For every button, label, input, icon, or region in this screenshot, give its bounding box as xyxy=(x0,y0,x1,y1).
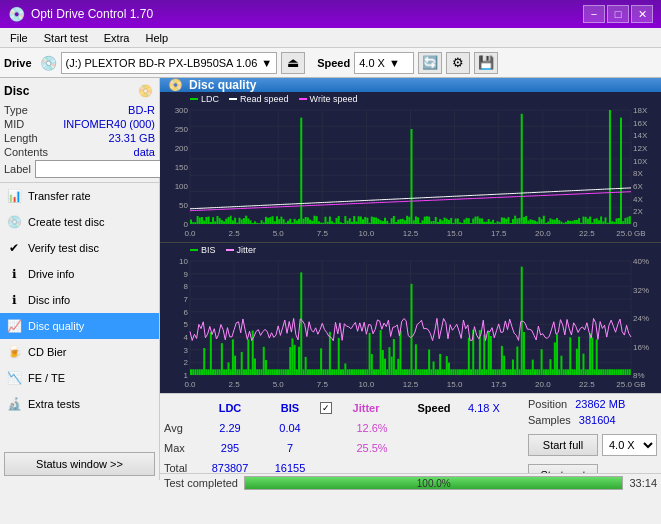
sidebar-item-create-test-disc[interactable]: 💿 Create test disc xyxy=(0,209,159,235)
save-button[interactable]: 💾 xyxy=(474,52,498,74)
lower-chart: BIS Jitter xyxy=(160,243,661,393)
sidebar-item-drive-info[interactable]: ℹ Drive info xyxy=(0,261,159,287)
drive-select-arrow: ▼ xyxy=(261,57,272,69)
max-ldc: 295 xyxy=(200,442,260,454)
eject-button[interactable]: ⏏ xyxy=(281,52,305,74)
right-stats: Position 23862 MB Samples 381604 Start f… xyxy=(528,398,657,469)
lower-chart-canvas xyxy=(160,243,661,393)
speed-arrow: ▼ xyxy=(389,57,400,69)
create-test-icon: 💿 xyxy=(6,214,22,230)
jitter-header: Jitter xyxy=(336,402,396,414)
samples-value: 381604 xyxy=(579,414,616,426)
upper-chart-legend: LDC Read speed Write speed xyxy=(190,94,357,104)
cd-bier-icon: 🍺 xyxy=(6,344,22,360)
menu-help[interactable]: Help xyxy=(139,31,174,45)
upper-chart: LDC Read speed Write speed xyxy=(160,92,661,243)
contents-value: data xyxy=(134,146,155,158)
disc-quality-header: 📀 Disc quality xyxy=(160,78,661,92)
length-value: 23.31 GB xyxy=(109,132,155,144)
verify-icon: ✔ xyxy=(6,240,22,256)
type-label: Type xyxy=(4,104,28,116)
samples-label: Samples xyxy=(528,414,571,426)
progress-percent: 100.0% xyxy=(245,477,622,489)
speed-dropdown[interactable]: 4.0 X 2.0 X 1.0 X xyxy=(602,434,657,456)
disc-info-icon: ℹ xyxy=(6,292,22,308)
progress-area: Test completed 100.0% 33:14 xyxy=(160,473,661,492)
sidebar-item-disc-info[interactable]: ℹ Disc info xyxy=(0,287,159,313)
label-input[interactable] xyxy=(35,160,168,178)
lower-chart-legend: BIS Jitter xyxy=(190,245,256,255)
nav-items: 📊 Transfer rate 💿 Create test disc ✔ Ver… xyxy=(0,183,159,448)
extra-tests-icon: 🔬 xyxy=(6,396,22,412)
drive-label: Drive xyxy=(4,57,32,69)
avg-jitter: 12.6% xyxy=(342,422,402,434)
window-controls: − □ ✕ xyxy=(583,5,653,23)
transfer-rate-icon: 📊 xyxy=(6,188,22,204)
mid-label: MID xyxy=(4,118,24,130)
drive-icon: 💿 xyxy=(40,55,57,71)
title-bar: 💿 Opti Drive Control 1.70 − □ ✕ xyxy=(0,0,661,28)
avg-bis: 0.04 xyxy=(260,422,320,434)
menu-extra[interactable]: Extra xyxy=(98,31,136,45)
speed-value-header: 4.18 X xyxy=(468,402,500,414)
toolbar: Drive 💿 (J:) PLEXTOR BD-R PX-LB950SA 1.0… xyxy=(0,48,661,78)
position-label: Position xyxy=(528,398,567,410)
settings-button[interactable]: ⚙ xyxy=(446,52,470,74)
bis-header: BIS xyxy=(260,402,320,414)
disc-quality-icon-header: 📀 xyxy=(168,78,183,92)
position-value: 23862 MB xyxy=(575,398,625,410)
sidebar-item-verify-test-disc[interactable]: ✔ Verify test disc xyxy=(0,235,159,261)
menu-bar: File Start test Extra Help xyxy=(0,28,661,48)
avg-ldc: 2.29 xyxy=(200,422,260,434)
app-title: Opti Drive Control 1.70 xyxy=(31,7,153,21)
fe-te-icon: 📉 xyxy=(6,370,22,386)
label-label: Label xyxy=(4,163,31,175)
start-full-button[interactable]: Start full xyxy=(528,434,598,456)
length-label: Length xyxy=(4,132,38,144)
mid-value: INFOMER40 (000) xyxy=(63,118,155,130)
status-text: Test completed xyxy=(164,477,238,489)
charts-area: LDC Read speed Write speed xyxy=(160,92,661,393)
disc-panel: Disc 📀 Type BD-R MID INFOMER40 (000) Len… xyxy=(0,78,159,183)
jitter-checkbox[interactable]: ✓ xyxy=(320,402,332,414)
stats-bar: LDC BIS ✓ Jitter Speed 4.18 X Avg 2.29 0… xyxy=(160,393,661,473)
drive-info-icon: ℹ xyxy=(6,266,22,282)
drive-select[interactable]: (J:) PLEXTOR BD-R PX-LB950SA 1.06 ▼ xyxy=(61,52,278,74)
progress-bar: 100.0% xyxy=(244,476,623,490)
ldc-header: LDC xyxy=(200,402,260,414)
sidebar: Disc 📀 Type BD-R MID INFOMER40 (000) Len… xyxy=(0,78,160,480)
disc-quality-title: Disc quality xyxy=(189,78,256,92)
sidebar-item-transfer-rate[interactable]: 📊 Transfer rate xyxy=(0,183,159,209)
close-button[interactable]: ✕ xyxy=(631,5,653,23)
main-area: Disc 📀 Type BD-R MID INFOMER40 (000) Len… xyxy=(0,78,661,480)
sidebar-item-fe-te[interactable]: 📉 FE / TE xyxy=(0,365,159,391)
max-bis: 7 xyxy=(260,442,320,454)
menu-start-test[interactable]: Start test xyxy=(38,31,94,45)
stats-table: LDC BIS ✓ Jitter Speed 4.18 X Avg 2.29 0… xyxy=(164,398,524,469)
refresh-button[interactable]: 🔄 xyxy=(418,52,442,74)
disc-icon-button[interactable]: 📀 xyxy=(135,82,155,100)
sidebar-item-cd-bier[interactable]: 🍺 CD Bier xyxy=(0,339,159,365)
upper-chart-canvas xyxy=(160,92,661,242)
maximize-button[interactable]: □ xyxy=(607,5,629,23)
sidebar-item-disc-quality[interactable]: 📈 Disc quality xyxy=(0,313,159,339)
max-jitter: 25.5% xyxy=(342,442,402,454)
minimize-button[interactable]: − xyxy=(583,5,605,23)
disc-quality-icon: 📈 xyxy=(6,318,22,334)
type-value: BD-R xyxy=(128,104,155,116)
speed-label: Speed xyxy=(317,57,350,69)
sidebar-item-extra-tests[interactable]: 🔬 Extra tests xyxy=(0,391,159,417)
disc-panel-title: Disc xyxy=(4,84,29,98)
menu-file[interactable]: File xyxy=(4,31,34,45)
contents-label: Contents xyxy=(4,146,48,158)
time-text: 33:14 xyxy=(629,477,657,489)
app-icon: 💿 xyxy=(8,6,25,22)
speed-header: Speed xyxy=(404,402,464,414)
speed-select[interactable]: 4.0 X ▼ xyxy=(354,52,414,74)
status-window-button[interactable]: Status window >> xyxy=(4,452,155,476)
right-panel: 📀 Disc quality LDC Read speed xyxy=(160,78,661,480)
